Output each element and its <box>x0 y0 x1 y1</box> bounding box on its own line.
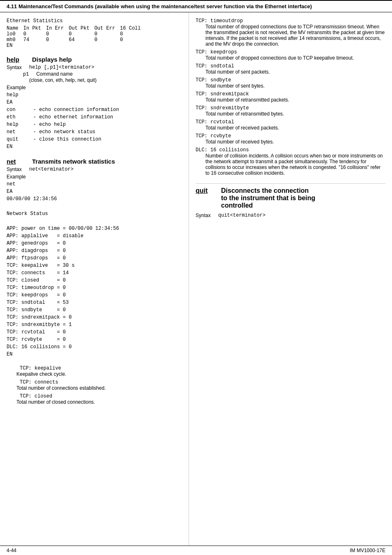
content-area: Ethernet Statistics Name In Pkt In Err O… <box>0 12 392 546</box>
example-line: net - echo network status <box>7 128 182 136</box>
tcp-keepalive: TCP: keepalive Keepalive check cycle. <box>7 365 182 377</box>
p1-desc: Command name <box>36 71 73 77</box>
tcp-keepdrops-label: TCP: keepdrops <box>196 49 385 55</box>
tcp-keepdrops-desc: Total number of dropped connections due … <box>196 55 385 61</box>
tcp-items-left: TCP: keepalive Keepalive check cycle. TC… <box>7 365 182 405</box>
tcp-timeoutdrop: TCP: timeoutdrop Total number of dropped… <box>196 18 385 47</box>
tcp-sndrexmitpack: TCP: sndrexmitpack Total number of retra… <box>196 91 385 103</box>
ethernet-label: Ethernet Statistics <box>7 18 182 24</box>
help-desc: Displays help <box>32 56 72 63</box>
p1-label: p1 <box>23 72 35 77</box>
net-syntax-row: Syntax net<terminator> <box>7 166 182 172</box>
example-line: TCP: rcvbyte = 0 <box>7 336 182 343</box>
example-line: TCP: timeoutdrop = 0 <box>7 284 182 291</box>
footer-page-number: 4-44 <box>7 548 16 553</box>
tcp-sndrexmitpack-desc: Total number of retransmitted packets. <box>196 97 385 103</box>
example-line: APP: power on time = 00/00/00 12:34:56 <box>7 225 182 232</box>
tcp-rcvtotal-desc: Total number of received packets. <box>196 125 385 131</box>
right-column: TCP: timeoutdrop Total number of dropped… <box>189 12 392 546</box>
table-header-row: Name In Pkt In Err Out Pkt Out Err 16 Co… <box>7 25 146 31</box>
example-line: Network Status <box>7 210 182 217</box>
help-cmd: help <box>7 56 27 63</box>
col-outerr: Out Err <box>95 25 120 31</box>
example-line: TCP: sndrexmitpack = 0 <box>7 314 182 321</box>
example-line: quit - close this connection <box>7 136 182 143</box>
help-p1-values: (close, con, eth, help, net, quit) <box>7 77 182 83</box>
tcp-sndrexmitbyte: TCP: sndrexmitbyte Total number of retra… <box>196 105 385 117</box>
net-section: net Transmits network statistics Syntax … <box>7 158 182 358</box>
quit-section: quit Disconnects the connectionto the in… <box>196 187 385 218</box>
example-line: EA <box>7 99 182 106</box>
example-line: APP: applalive = disable <box>7 232 182 240</box>
tcp-sndrexmitpack-label: TCP: sndrexmitpack <box>196 91 385 97</box>
tcp-keepdrops: TCP: keepdrops Total number of dropped c… <box>196 49 385 61</box>
example-line: TCP: sndtotal = 53 <box>7 299 182 306</box>
help-p1-row: p1 Command name <box>7 71 182 77</box>
tcp-closed: TCP: closed Total number of closed conne… <box>7 393 182 405</box>
table-row: mh0 74 0 64 0 0 <box>7 37 146 43</box>
help-title-row: help Displays help <box>7 56 182 63</box>
example-line: TCP: connects = 14 <box>7 269 182 277</box>
tcp-sndtotal-label: TCP: sndtotal <box>196 63 385 69</box>
example-line <box>7 203 182 210</box>
help-syntax: help [,p1]<terminator> <box>29 65 94 70</box>
syntax-label: Syntax <box>7 65 29 70</box>
example-line: APP: diagdrops = 0 <box>7 247 182 254</box>
quit-cmd: quit <box>196 187 216 194</box>
example-line <box>7 217 182 225</box>
example-line: TCP: sndbyte = 0 <box>7 306 182 314</box>
tcp-closed-desc: Total number of closed connections. <box>7 399 182 405</box>
page: 4.11 Maintenance/Test Commands (availabl… <box>0 0 392 555</box>
col-16coll: 16 Coll <box>120 25 145 31</box>
example-line: eth - echo ethernet information <box>7 113 182 121</box>
page-footer: 4-44 IM MV1000-17E <box>0 546 392 555</box>
help-syntax-row: Syntax help [,p1]<terminator> <box>7 65 182 70</box>
net-cmd: net <box>7 158 27 165</box>
footer-document-id: IM MV1000-17E <box>350 548 385 553</box>
example-line: DLC: 16 collisions = 0 <box>7 343 182 351</box>
quit-syntax-row: Syntax quit<terminator> <box>196 213 385 218</box>
help-example: help EA con - echo connection informatio… <box>7 91 182 150</box>
page-header: 4.11 Maintenance/Test Commands (availabl… <box>0 0 392 12</box>
table-row: EN <box>7 43 146 49</box>
tcp-sndbyte: TCP: sndbyte Total number of sent bytes. <box>196 77 385 89</box>
tcp-rcvbyte-label: TCP: rcvbyte <box>196 133 385 139</box>
tcp-sndbyte-desc: Total number of sent bytes. <box>196 83 385 89</box>
example-line: con - echo connection information <box>7 106 182 113</box>
example-line: EN <box>7 351 182 358</box>
left-column: Ethernet Statistics Name In Pkt In Err O… <box>0 12 189 546</box>
ethernet-section: Ethernet Statistics Name In Pkt In Err O… <box>7 18 182 49</box>
example-line: net <box>7 180 182 188</box>
net-example-label: Example <box>7 174 182 180</box>
example-line: EA <box>7 188 182 195</box>
page-title: 4.11 Maintenance/Test Commands (availabl… <box>7 3 312 9</box>
tcp-rcvtotal: TCP: rcvtotal Total number of received p… <box>196 119 385 131</box>
example-line: TCP: rcvtotal = 0 <box>7 328 182 336</box>
example-line: TCP: sndrexmitbyte = 1 <box>7 321 182 328</box>
tcp-keepalive-label: TCP: keepalive <box>7 365 182 371</box>
section-divider <box>196 183 385 184</box>
example-line: help <box>7 91 182 99</box>
net-example: net EA 00/00/00 12:34:56 Network Status … <box>7 180 182 358</box>
tcp-sndrexmitbyte-label: TCP: sndrexmitbyte <box>196 105 385 111</box>
tcp-closed-label: TCP: closed <box>7 393 182 399</box>
example-line: TCP: keepdrops = 0 <box>7 291 182 299</box>
example-line: 00/00/00 12:34:56 <box>7 195 182 203</box>
p1-values: (close, con, eth, help, net, quit) <box>29 77 97 83</box>
dlc-16-collisions-label: DLC: 16 collisions <box>196 147 385 153</box>
dlc-16-collisions: DLC: 16 collisions Number of collision i… <box>196 147 385 176</box>
tcp-rcvbyte: TCP: rcvbyte Total number of received by… <box>196 133 385 145</box>
tcp-timeoutdrop-label: TCP: timeoutdrop <box>196 18 385 24</box>
tcp-connects-label: TCP: connects <box>7 379 182 385</box>
net-desc: Transmits network statistics <box>32 158 115 165</box>
tcp-rcvtotal-label: TCP: rcvtotal <box>196 119 385 125</box>
quit-title-row: quit Disconnects the connectionto the in… <box>196 187 385 209</box>
example-line: TCP: closed = 0 <box>7 277 182 284</box>
help-section: help Displays help Syntax help [,p1]<ter… <box>7 56 182 150</box>
example-line: EN <box>7 143 182 150</box>
tcp-timeoutdrop-desc: Total number of dropped connections due … <box>196 24 385 47</box>
col-inpkt: In Pkt <box>23 25 46 31</box>
dlc-16-collisions-desc: Number of collision incidents. A collisi… <box>196 153 385 176</box>
example-line: help - echo help <box>7 121 182 128</box>
tcp-rcvbyte-desc: Total number of received bytes. <box>196 139 385 145</box>
